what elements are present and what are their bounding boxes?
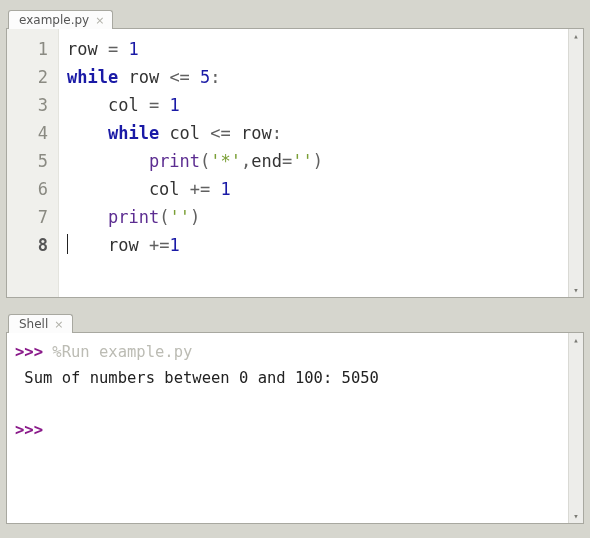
line-number: 8: [7, 231, 48, 259]
editor-panel: 12345678 row = 1while row <= 5: col = 1 …: [6, 28, 584, 298]
shell-tab-label: Shell: [19, 317, 48, 331]
shell-tab[interactable]: Shell ×: [8, 314, 73, 333]
line-number: 2: [7, 63, 48, 91]
scroll-down-icon[interactable]: ▾: [569, 509, 583, 523]
code-line: row +=1: [67, 231, 560, 259]
close-icon[interactable]: ×: [54, 319, 63, 330]
code-line: col = 1: [67, 91, 560, 119]
editor-tabbar: example.py ×: [6, 4, 584, 28]
line-number: 3: [7, 91, 48, 119]
line-number: 6: [7, 175, 48, 203]
scroll-up-icon[interactable]: ▴: [569, 333, 583, 347]
shell-output[interactable]: >>> %Run example.py Sum of numbers betwe…: [7, 333, 568, 523]
shell-tabbar: Shell ×: [6, 308, 584, 332]
line-number: 4: [7, 119, 48, 147]
close-icon[interactable]: ×: [95, 15, 104, 26]
editor-tab[interactable]: example.py ×: [8, 10, 113, 29]
scroll-up-icon[interactable]: ▴: [569, 29, 583, 43]
scroll-down-icon[interactable]: ▾: [569, 283, 583, 297]
editor-tab-label: example.py: [19, 13, 89, 27]
line-number-gutter: 12345678: [7, 29, 59, 297]
line-number: 7: [7, 203, 48, 231]
shell-pane: Shell × >>> %Run example.py Sum of numbe…: [0, 304, 590, 530]
code-line: print(''): [67, 203, 560, 231]
code-line: print('*',end=''): [67, 147, 560, 175]
line-number: 5: [7, 147, 48, 175]
editor-scrollbar[interactable]: ▴ ▾: [568, 29, 583, 297]
code-line: row = 1: [67, 35, 560, 63]
code-line: while col <= row:: [67, 119, 560, 147]
editor-pane: example.py × 12345678 row = 1while row <…: [0, 0, 590, 304]
line-number: 1: [7, 35, 48, 63]
shell-scrollbar[interactable]: ▴ ▾: [568, 333, 583, 523]
code-editor[interactable]: row = 1while row <= 5: col = 1 while col…: [59, 29, 568, 297]
code-line: col += 1: [67, 175, 560, 203]
shell-panel: >>> %Run example.py Sum of numbers betwe…: [6, 332, 584, 524]
code-line: while row <= 5:: [67, 63, 560, 91]
